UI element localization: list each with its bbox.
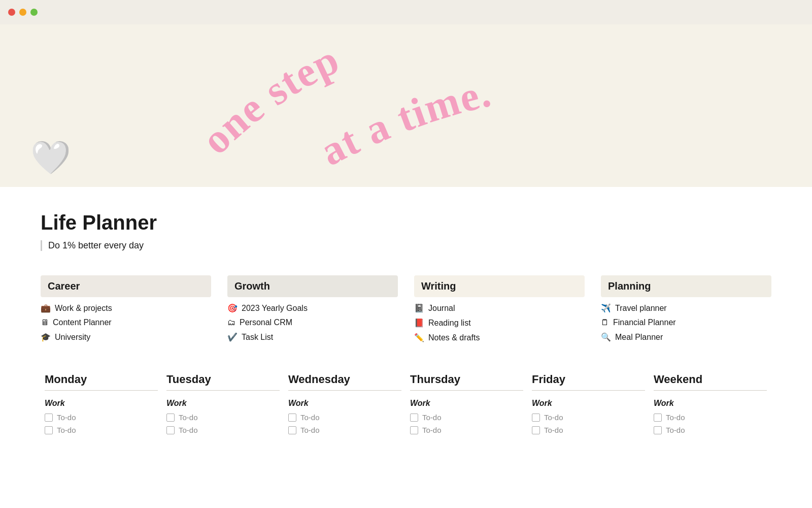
main-content: Life Planner Do 1% better every day Care… <box>0 187 812 463</box>
banner: one step at a time. 🤍 <box>0 24 812 187</box>
day-work-label: Work <box>654 399 767 408</box>
item-label: Financial Planner <box>613 318 676 327</box>
day-column-thursday: ThursdayWorkTo-doTo-do <box>406 373 528 438</box>
todo-item[interactable]: To-do <box>654 413 767 422</box>
item-icon: 🖥 <box>41 318 49 327</box>
section-list-planning: ✈️Travel planner🗒Financial Planner🔍Meal … <box>601 303 771 342</box>
list-item[interactable]: ✈️Travel planner <box>601 303 771 313</box>
checkbox[interactable] <box>654 414 662 422</box>
section-list-career: 💼Work & projects🖥Content Planner🎓Univers… <box>41 303 211 342</box>
section-list-writing: 📓Journal📕Reading list✏️Notes & drafts <box>414 303 585 342</box>
list-item[interactable]: 🎯2023 Yearly Goals <box>227 303 398 313</box>
todo-label: To-do <box>544 426 563 434</box>
todo-label: To-do <box>179 413 198 422</box>
section-writing: Writing📓Journal📕Reading list✏️Notes & dr… <box>414 275 585 342</box>
checkbox[interactable] <box>532 426 540 434</box>
section-header-planning: Planning <box>601 275 771 297</box>
page-title: Life Planner <box>41 211 771 234</box>
item-label: Task List <box>242 333 273 342</box>
checkbox[interactable] <box>288 426 296 434</box>
todo-label: To-do <box>57 413 76 422</box>
list-item[interactable]: 💼Work & projects <box>41 303 211 313</box>
close-dot[interactable] <box>8 9 15 16</box>
section-list-growth: 🎯2023 Yearly Goals🗂Personal CRM✔️Task Li… <box>227 303 398 342</box>
item-icon: ✔️ <box>227 332 238 342</box>
sections-grid: Career💼Work & projects🖥Content Planner🎓U… <box>41 275 771 342</box>
item-icon: 🎯 <box>227 303 238 313</box>
day-column-tuesday: TuesdayWorkTo-doTo-do <box>162 373 284 438</box>
item-label: Travel planner <box>615 304 667 313</box>
day-work-label: Work <box>45 399 158 408</box>
item-icon: 🔍 <box>601 332 611 342</box>
day-header: Tuesday <box>166 373 280 391</box>
todo-label: To-do <box>666 413 685 422</box>
checkbox[interactable] <box>45 426 53 434</box>
item-label: University <box>55 333 90 342</box>
list-item[interactable]: 🗒Financial Planner <box>601 318 771 327</box>
titlebar <box>0 0 812 24</box>
checkbox[interactable] <box>410 414 418 422</box>
item-label: Reading list <box>428 319 471 328</box>
item-label: Content Planner <box>53 318 112 327</box>
item-label: Meal Planner <box>615 333 663 342</box>
todo-label: To-do <box>422 413 442 422</box>
todo-item[interactable]: To-do <box>410 426 523 434</box>
todo-item[interactable]: To-do <box>288 426 401 434</box>
section-planning: Planning✈️Travel planner🗒Financial Plann… <box>601 275 771 342</box>
list-item[interactable]: 🖥Content Planner <box>41 318 211 327</box>
checkbox[interactable] <box>45 414 53 422</box>
todo-item[interactable]: To-do <box>288 413 401 422</box>
day-header: Weekend <box>654 373 767 391</box>
checkbox[interactable] <box>166 426 175 434</box>
checkbox[interactable] <box>166 414 175 422</box>
day-work-label: Work <box>166 399 280 408</box>
todo-item[interactable]: To-do <box>45 413 158 422</box>
day-column-friday: FridayWorkTo-doTo-do <box>528 373 650 438</box>
todo-item[interactable]: To-do <box>45 426 158 434</box>
list-item[interactable]: 📕Reading list <box>414 318 585 328</box>
checkbox[interactable] <box>532 414 540 422</box>
list-item[interactable]: 🎓University <box>41 332 211 342</box>
item-icon: 🗒 <box>601 318 609 327</box>
weekly-grid: MondayWorkTo-doTo-doTuesdayWorkTo-doTo-d… <box>41 373 771 438</box>
list-item[interactable]: 📓Journal <box>414 303 585 313</box>
item-label: 2023 Yearly Goals <box>242 304 308 313</box>
checkbox[interactable] <box>654 426 662 434</box>
todo-label: To-do <box>422 426 442 434</box>
checkbox[interactable] <box>410 426 418 434</box>
section-header-writing: Writing <box>414 275 585 297</box>
weekly-section: MondayWorkTo-doTo-doTuesdayWorkTo-doTo-d… <box>41 373 771 438</box>
todo-item[interactable]: To-do <box>654 426 767 434</box>
day-work-label: Work <box>288 399 401 408</box>
list-item[interactable]: ✔️Task List <box>227 332 398 342</box>
todo-label: To-do <box>666 426 685 434</box>
heart-icon: 🤍 <box>30 139 71 177</box>
todo-item[interactable]: To-do <box>166 426 280 434</box>
todo-item[interactable]: To-do <box>532 426 645 434</box>
item-icon: 🎓 <box>41 332 51 342</box>
todo-item[interactable]: To-do <box>532 413 645 422</box>
banner-arc: one step at a time. <box>178 40 634 172</box>
item-icon: 💼 <box>41 303 51 313</box>
day-header: Wednesday <box>288 373 401 391</box>
item-icon: ✈️ <box>601 303 611 313</box>
day-header: Monday <box>45 373 158 391</box>
checkbox[interactable] <box>288 414 296 422</box>
item-label: Personal CRM <box>240 318 292 327</box>
todo-item[interactable]: To-do <box>410 413 523 422</box>
section-career: Career💼Work & projects🖥Content Planner🎓U… <box>41 275 211 342</box>
list-item[interactable]: 🔍Meal Planner <box>601 332 771 342</box>
todo-item[interactable]: To-do <box>166 413 280 422</box>
list-item[interactable]: 🗂Personal CRM <box>227 318 398 327</box>
item-icon: 📕 <box>414 318 424 328</box>
todo-label: To-do <box>300 413 320 422</box>
minimize-dot[interactable] <box>19 9 26 16</box>
maximize-dot[interactable] <box>30 9 38 16</box>
day-column-weekend: WeekendWorkTo-doTo-do <box>650 373 771 438</box>
page-subtitle: Do 1% better every day <box>41 240 771 251</box>
list-item[interactable]: ✏️Notes & drafts <box>414 333 585 342</box>
day-header: Friday <box>532 373 645 391</box>
item-label: Journal <box>428 304 455 313</box>
todo-label: To-do <box>57 426 76 434</box>
item-icon: 📓 <box>414 303 424 313</box>
